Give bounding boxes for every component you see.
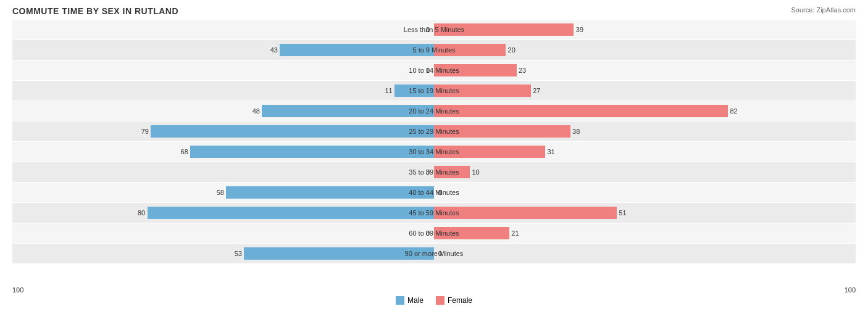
row-label: 40 to 44 Minutes <box>391 189 477 196</box>
legend-female: Female <box>436 296 472 305</box>
row-label: 10 to 14 Minutes <box>391 67 477 74</box>
table-row: 1115 to 19 Minutes27 <box>12 81 856 101</box>
value-female: 27 <box>533 87 540 94</box>
row-right-section: 51 <box>434 203 856 223</box>
legend-male-label: Male <box>407 296 424 305</box>
source-label: Source: ZipAtlas.com <box>791 6 856 14</box>
row-label: 45 to 59 Minutes <box>391 209 477 217</box>
table-row: 435 to 9 Minutes20 <box>12 40 856 60</box>
row-label: 90 or more Minutes <box>391 250 477 257</box>
row-label: 20 to 24 Minutes <box>391 107 477 115</box>
axis-left-label: 100 <box>12 286 23 294</box>
chart-container: COMMUTE TIME BY SEX IN RUTLAND Source: Z… <box>0 0 868 322</box>
legend-female-box <box>436 296 444 305</box>
legend-male-box <box>396 296 404 305</box>
row-left-section: 79 <box>12 122 434 141</box>
row-label: 60 to 89 Minutes <box>391 229 477 237</box>
row-label: 30 to 34 Minutes <box>391 148 477 155</box>
row-right-section: 38 <box>434 122 856 141</box>
row-label: 15 to 19 Minutes <box>391 87 477 94</box>
value-male: 58 <box>217 189 224 196</box>
value-female: 39 <box>576 26 583 33</box>
row-right-section: 20 <box>434 40 856 60</box>
row-left-section: 48 <box>12 101 434 121</box>
axis-labels: 100 100 <box>12 286 856 294</box>
row-label: 25 to 29 Minutes <box>391 128 477 135</box>
row-left-section: 0 <box>12 223 434 243</box>
row-left-section: 68 <box>12 142 434 162</box>
row-left-section: 0 <box>12 162 434 182</box>
row-right-section: 10 <box>434 162 856 182</box>
legend-female-label: Female <box>448 296 472 305</box>
table-row: 010 to 14 Minutes23 <box>12 60 856 80</box>
legend: Male Female <box>12 296 856 305</box>
row-left-section: 80 <box>12 203 434 223</box>
table-row: 6830 to 34 Minutes31 <box>12 142 856 162</box>
value-female: 20 <box>508 46 515 54</box>
value-male: 79 <box>141 128 149 135</box>
row-left-section: 11 <box>12 81 434 101</box>
row-right-section: 23 <box>434 60 856 80</box>
table-row: 8045 to 59 Minutes51 <box>12 203 856 223</box>
table-row: 0Less than 5 Minutes39 <box>12 20 856 39</box>
row-right-section: 31 <box>434 142 856 162</box>
row-right-section: 0 <box>434 244 856 263</box>
bar-female <box>434 105 728 117</box>
row-right-section: 39 <box>434 20 856 39</box>
value-female: 82 <box>730 107 737 115</box>
value-male: 48 <box>252 107 260 115</box>
row-left-section: 58 <box>12 183 434 202</box>
row-right-section: 27 <box>434 81 856 101</box>
table-row: 035 to 39 Minutes10 <box>12 162 856 182</box>
chart-area: 0Less than 5 Minutes39435 to 9 Minutes20… <box>12 20 856 285</box>
value-female: 31 <box>547 148 554 155</box>
table-row: 5840 to 44 Minutes0 <box>12 183 856 202</box>
row-left-section: 0 <box>12 20 434 39</box>
axis-right-label: 100 <box>845 286 856 294</box>
row-right-section: 21 <box>434 223 856 243</box>
value-male: 80 <box>138 209 145 217</box>
value-female: 51 <box>619 209 626 217</box>
row-label: Less than 5 Minutes <box>391 26 477 33</box>
value-male: 43 <box>270 46 278 54</box>
legend-male: Male <box>396 296 424 305</box>
row-label: 35 to 39 Minutes <box>391 168 477 176</box>
row-left-section: 0 <box>12 60 434 80</box>
value-male: 68 <box>181 148 188 155</box>
value-female: 38 <box>572 128 580 135</box>
value-male: 53 <box>235 250 242 257</box>
chart-title: COMMUTE TIME BY SEX IN RUTLAND <box>12 6 856 16</box>
table-row: 4820 to 24 Minutes82 <box>12 101 856 121</box>
value-female: 23 <box>519 67 526 74</box>
row-right-section: 82 <box>434 101 856 121</box>
table-row: 5390 or more Minutes0 <box>12 244 856 263</box>
row-left-section: 53 <box>12 244 434 263</box>
value-female: 21 <box>511 229 519 237</box>
row-right-section: 0 <box>434 183 856 202</box>
row-label: 5 to 9 Minutes <box>391 46 477 54</box>
row-left-section: 43 <box>12 40 434 60</box>
table-row: 060 to 89 Minutes21 <box>12 223 856 243</box>
table-row: 7925 to 29 Minutes38 <box>12 122 856 141</box>
